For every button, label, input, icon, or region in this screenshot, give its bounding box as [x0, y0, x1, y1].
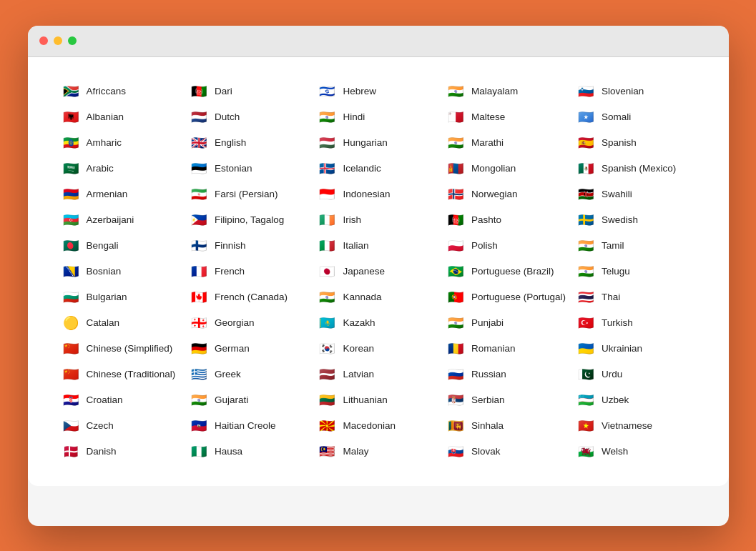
language-item[interactable]: 🇫🇷French: [185, 259, 313, 284]
language-flag: 🇧🇦: [62, 265, 79, 278]
language-item[interactable]: 🇲🇰Macedonian: [313, 413, 441, 439]
language-item[interactable]: 🇿🇦Africcans: [57, 79, 185, 104]
language-name: Slovak: [471, 446, 501, 457]
language-item[interactable]: 🇫🇮Finnish: [185, 233, 313, 259]
language-item[interactable]: 🇷🇺Russian: [441, 362, 571, 387]
language-item[interactable]: 🇩🇰Danish: [57, 439, 185, 465]
language-item[interactable]: 🇳🇬Hausa: [185, 439, 313, 465]
language-item[interactable]: 🇱🇹Lithuanian: [313, 387, 441, 413]
language-item[interactable]: 🇦🇱Albanian: [57, 104, 185, 130]
language-flag: 🇩🇰: [62, 445, 79, 458]
language-item[interactable]: 🇰🇿Kazakh: [313, 310, 441, 336]
language-item[interactable]: 🇱🇰Sinhala: [441, 413, 571, 439]
minimize-button[interactable]: [54, 36, 62, 45]
language-item[interactable]: 🇮🇷Farsi (Persian): [185, 182, 313, 207]
language-item[interactable]: 🇲🇽Spanish (Mexico): [571, 156, 699, 182]
language-item[interactable]: 🇮🇳Marathi: [441, 130, 571, 156]
language-item[interactable]: 🇸🇮Slovenian: [571, 79, 699, 104]
language-item[interactable]: 🇧🇷Portuguese (Brazil): [441, 259, 571, 284]
language-item[interactable]: 🇵🇰Urdu: [571, 362, 699, 387]
maximize-button[interactable]: [68, 36, 77, 45]
language-item[interactable]: 🇺🇿Uzbek: [571, 387, 699, 413]
language-item[interactable]: 🇪🇸Spanish: [571, 130, 699, 156]
language-name: Kazakh: [343, 317, 375, 328]
language-flag: 🇳🇬: [190, 445, 207, 458]
language-item[interactable]: 🇳🇴Norwegian: [441, 182, 571, 207]
language-flag: 🇲🇽: [577, 162, 594, 175]
language-item[interactable]: 🇲🇹Maltese: [441, 104, 571, 130]
language-item[interactable]: 🇵🇭Filipino, Tagalog: [185, 207, 313, 233]
language-item[interactable]: 🇲🇾Malay: [313, 439, 441, 465]
close-button[interactable]: [39, 36, 48, 45]
language-item[interactable]: 🇭🇷Croatian: [57, 387, 185, 413]
language-flag: 🇯🇵: [318, 265, 335, 278]
language-item[interactable]: 🇭🇹Haitian Creole: [185, 413, 313, 439]
language-item[interactable]: 🇵🇹Portuguese (Portugal): [441, 284, 571, 310]
language-item[interactable]: 🇦🇫Dari: [185, 79, 313, 104]
language-name: Portuguese (Portugal): [471, 292, 566, 302]
language-item[interactable]: 🇮🇳Hindi: [313, 104, 441, 130]
language-item[interactable]: 🇳🇱Dutch: [185, 104, 313, 130]
language-item[interactable]: 🇧🇦Bosnian: [57, 259, 185, 284]
language-item[interactable]: 🇪🇹Amharic: [57, 130, 185, 156]
language-item[interactable]: 🇰🇷Korean: [313, 336, 441, 362]
language-item[interactable]: 🟡Catalan: [57, 310, 185, 336]
language-item[interactable]: 🇦🇫Pashto: [441, 207, 571, 233]
language-name: Thai: [602, 292, 620, 302]
language-item[interactable]: 🇰🇪Swahili: [571, 182, 699, 207]
language-item[interactable]: 🇸🇰Slovak: [441, 439, 571, 465]
language-item[interactable]: 🇸🇪Swedish: [571, 207, 699, 233]
language-item[interactable]: 🏴󠁧󠁢󠁷󠁬󠁳󠁿Welsh: [571, 439, 699, 465]
language-item[interactable]: 🇷🇸Serbian: [441, 387, 571, 413]
language-item[interactable]: 🇨🇳Chinese (Traditional): [57, 362, 185, 387]
language-item[interactable]: 🇬🇷Greek: [185, 362, 313, 387]
language-item[interactable]: 🇨🇦French (Canada): [185, 284, 313, 310]
language-item[interactable]: 🇮🇳Punjabi: [441, 310, 571, 336]
language-item[interactable]: 🇮🇳Telugu: [571, 259, 699, 284]
language-item[interactable]: 🇮🇸Icelandic: [313, 156, 441, 182]
language-item[interactable]: 🇮🇳Kannada: [313, 284, 441, 310]
language-item[interactable]: 🇸🇴Somali: [571, 104, 699, 130]
language-item[interactable]: 🇩🇪German: [185, 336, 313, 362]
language-name: Tamil: [602, 240, 624, 251]
language-item[interactable]: 🇻🇳Vietnamese: [571, 413, 699, 439]
language-item[interactable]: 🇱🇻Latvian: [313, 362, 441, 387]
language-flag: 🇮🇸: [318, 162, 335, 175]
language-item[interactable]: 🇷🇴Romanian: [441, 336, 571, 362]
language-flag: 🇸🇮: [577, 85, 594, 98]
language-item[interactable]: 🇮🇹Italian: [313, 233, 441, 259]
language-item[interactable]: 🇦🇲Armenian: [57, 182, 185, 207]
language-item[interactable]: 🇧🇬Bulgarian: [57, 284, 185, 310]
language-flag: 🇮🇪: [318, 214, 335, 227]
language-item[interactable]: 🇭🇺Hungarian: [313, 130, 441, 156]
language-item[interactable]: 🇬🇧English: [185, 130, 313, 156]
language-name: Malayalam: [471, 86, 518, 96]
language-item[interactable]: 🇨🇳Chinese (Simplified): [57, 336, 185, 362]
language-flag: 🇭🇺: [318, 136, 335, 149]
language-item[interactable]: 🇸🇦Arabic: [57, 156, 185, 182]
language-flag: 🇰🇪: [577, 188, 594, 201]
language-flag: 🇮🇳: [577, 265, 594, 278]
language-item[interactable]: 🇹🇷Turkish: [571, 310, 699, 336]
language-item[interactable]: 🇯🇵Japanese: [313, 259, 441, 284]
language-name: Arabic: [87, 163, 114, 174]
language-flag: 🇹🇷: [577, 317, 594, 329]
language-item[interactable]: 🇮🇳Tamil: [571, 233, 699, 259]
language-item[interactable]: 🇪🇪Estonian: [185, 156, 313, 182]
language-item[interactable]: 🇺🇦Ukrainian: [571, 336, 699, 362]
language-name: Swahili: [602, 189, 632, 199]
language-item[interactable]: 🇦🇿Azerbaijani: [57, 207, 185, 233]
language-name: Punjabi: [471, 317, 504, 328]
language-name: Telugu: [602, 266, 630, 277]
language-item[interactable]: 🇹🇭Thai: [571, 284, 699, 310]
language-item[interactable]: 🇵🇱Polish: [441, 233, 571, 259]
language-item[interactable]: 🇧🇩Bengali: [57, 233, 185, 259]
language-item[interactable]: 🇮🇳Gujarati: [185, 387, 313, 413]
language-item[interactable]: 🇨🇿Czech: [57, 413, 185, 439]
language-item[interactable]: 🇬🇪Georgian: [185, 310, 313, 336]
language-item[interactable]: 🇲🇳Mongolian: [441, 156, 571, 182]
language-item[interactable]: 🇮🇪Irish: [313, 207, 441, 233]
language-item[interactable]: 🇮🇱Hebrew: [313, 79, 441, 104]
language-item[interactable]: 🇮🇳Malayalam: [441, 79, 571, 104]
language-item[interactable]: 🇮🇩Indonesian: [313, 182, 441, 207]
